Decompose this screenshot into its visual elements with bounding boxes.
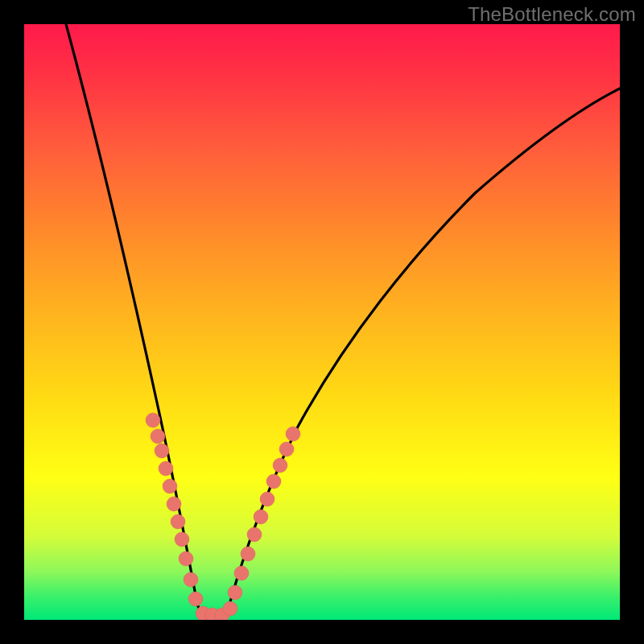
svg-point-24	[286, 427, 300, 441]
svg-point-6	[171, 514, 185, 529]
svg-point-2	[155, 444, 169, 458]
svg-point-21	[266, 474, 281, 489]
svg-point-17	[241, 547, 255, 561]
svg-point-10	[188, 592, 203, 606]
svg-point-18	[247, 527, 262, 542]
svg-point-4	[163, 479, 177, 493]
svg-point-3	[159, 461, 173, 476]
dot-cluster-right	[228, 427, 300, 600]
chart-svg	[24, 24, 620, 620]
dot-cluster-left	[146, 413, 203, 606]
watermark-text: TheBottleneck.com	[468, 3, 636, 26]
svg-point-20	[260, 492, 275, 506]
chart-frame: TheBottleneck.com	[0, 0, 644, 644]
svg-point-8	[179, 551, 193, 566]
svg-point-15	[228, 585, 242, 600]
svg-point-1	[151, 429, 165, 444]
svg-point-14	[223, 601, 237, 616]
svg-point-16	[234, 566, 249, 580]
svg-point-23	[279, 442, 294, 456]
curve-path	[66, 24, 620, 620]
plot-area	[24, 24, 620, 620]
svg-point-9	[184, 572, 198, 587]
svg-point-22	[273, 458, 287, 473]
svg-point-7	[175, 532, 189, 547]
svg-point-19	[254, 510, 268, 524]
svg-point-5	[167, 497, 181, 511]
svg-point-0	[146, 413, 160, 427]
dot-cluster-bottom	[196, 601, 237, 620]
